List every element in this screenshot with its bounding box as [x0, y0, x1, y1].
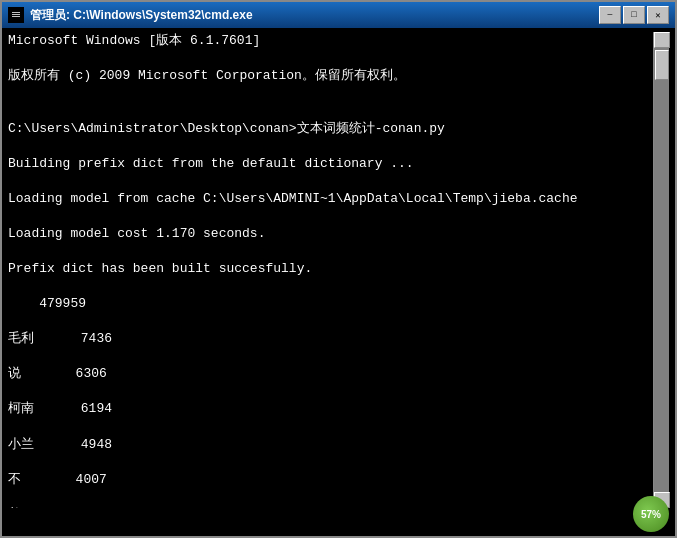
window-title: 管理员: C:\Windows\System32\cmd.exe	[30, 7, 599, 24]
window-controls	[599, 6, 669, 24]
status-badge: 57%	[633, 496, 669, 532]
scrollbar-thumb[interactable]	[655, 50, 669, 80]
svg-rect-2	[12, 14, 20, 15]
cmd-window: 管理员: C:\Windows\System32\cmd.exe Microso…	[0, 0, 677, 538]
status-bar: 57%	[2, 512, 675, 536]
scrollbar-up-button[interactable]: ▲	[654, 32, 670, 48]
maximize-button[interactable]	[623, 6, 645, 24]
svg-rect-3	[12, 16, 20, 17]
svg-rect-1	[12, 12, 20, 13]
scrollbar-track[interactable]	[654, 48, 669, 492]
scrollbar[interactable]: ▲ ▼	[653, 32, 669, 508]
window-icon	[8, 7, 24, 23]
close-button[interactable]	[647, 6, 669, 24]
minimize-button[interactable]	[599, 6, 621, 24]
console-area[interactable]: Microsoft Windows [版本 6.1.7601] 版权所有 (c)…	[2, 28, 675, 512]
title-bar: 管理员: C:\Windows\System32\cmd.exe	[2, 2, 675, 28]
console-output: Microsoft Windows [版本 6.1.7601] 版权所有 (c)…	[8, 32, 653, 508]
